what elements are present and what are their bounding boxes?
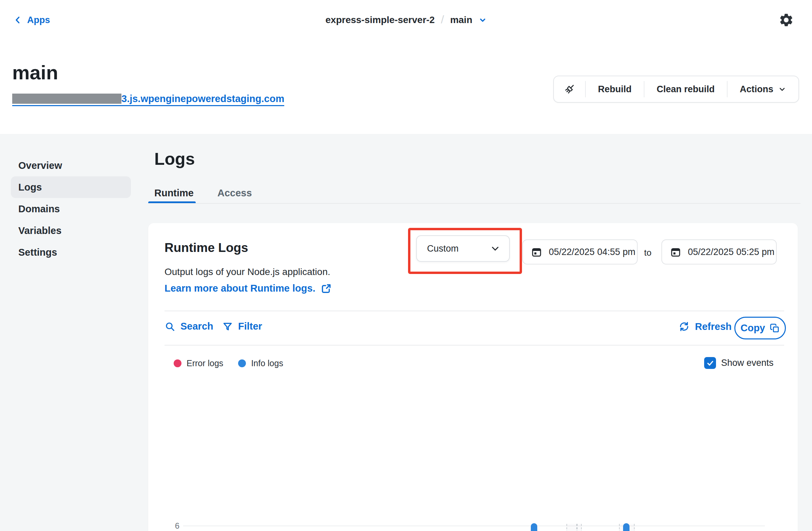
external-link-icon xyxy=(321,283,332,294)
runtime-logs-chart: 012345616:55:0017:00:0017:05:0017:10:001… xyxy=(164,517,784,531)
actions-menu-button[interactable]: Actions xyxy=(727,76,798,102)
tabs-bottom-border xyxy=(148,203,800,204)
clean-rebuild-button[interactable]: Clean rebuild xyxy=(644,76,727,102)
learn-more-link[interactable]: Learn more about Runtime logs. xyxy=(164,283,332,294)
filter-button[interactable]: Filter xyxy=(222,321,262,332)
page-title: main xyxy=(12,61,58,84)
rebuild-button[interactable]: Rebuild xyxy=(586,76,644,102)
chart-bar xyxy=(623,523,629,531)
environment-url-link[interactable]: 3.js.wpenginepoweredstaging.com xyxy=(12,93,284,106)
sidebar-item-logs[interactable]: Logs xyxy=(11,176,131,198)
logs-tabs: Runtime Access xyxy=(154,188,252,199)
logs-page-title: Logs xyxy=(154,149,195,169)
divider xyxy=(164,345,784,345)
copy-label: Copy xyxy=(740,323,765,334)
environment-actions-group: Rebuild Clean rebuild Actions xyxy=(553,76,799,103)
y-axis-label: 6 xyxy=(164,521,179,531)
to-label: to xyxy=(644,248,652,258)
refresh-label: Refresh xyxy=(695,321,731,332)
search-icon xyxy=(164,321,175,332)
time-range-value: Custom xyxy=(427,244,459,254)
runtime-logs-panel: Runtime Logs Output logs of your Node.js… xyxy=(148,223,798,531)
clean-cache-button[interactable] xyxy=(554,76,585,102)
clean-rebuild-label: Clean rebuild xyxy=(657,84,715,94)
broom-icon xyxy=(563,83,576,96)
search-button[interactable]: Search xyxy=(164,321,213,332)
breadcrumb-app-name: express-simple-server-2 xyxy=(325,15,435,26)
breadcrumb: express-simple-server-2 / main xyxy=(0,0,812,40)
copy-icon xyxy=(770,323,780,333)
divider xyxy=(164,311,784,311)
show-events-label: Show events xyxy=(721,358,774,368)
panel-title: Runtime Logs xyxy=(164,241,248,255)
time-range-dropdown[interactable]: Custom xyxy=(416,235,510,262)
content-section: OverviewLogsDomainsVariablesSettings Log… xyxy=(0,134,812,531)
filter-label: Filter xyxy=(238,321,262,332)
sidebar-item-domains[interactable]: Domains xyxy=(11,198,131,220)
legend-label: Info logs xyxy=(251,358,283,368)
filter-icon xyxy=(222,321,233,332)
chevron-down-icon[interactable] xyxy=(479,16,487,24)
redacted-url-segment xyxy=(12,93,121,104)
date-from-value: 05/22/2025 04:55 pm xyxy=(549,247,635,257)
search-label: Search xyxy=(180,321,213,332)
panel-description: Output logs of your Node.js application. xyxy=(164,266,330,277)
legend-dot xyxy=(238,359,246,367)
chevron-down-icon xyxy=(778,85,786,93)
show-events-toggle[interactable]: Show events xyxy=(704,357,774,369)
breadcrumb-separator: / xyxy=(441,13,444,26)
event-marker xyxy=(577,524,582,531)
chart-legend: Error logsInfo logs xyxy=(174,358,283,368)
event-marker xyxy=(566,524,577,531)
back-label: Apps xyxy=(27,15,50,26)
tab-runtime[interactable]: Runtime xyxy=(154,188,194,199)
show-events-checkbox[interactable] xyxy=(704,357,716,369)
chevron-down-icon xyxy=(490,244,500,254)
refresh-icon xyxy=(678,321,690,332)
date-to-value: 05/22/2025 05:25 pm xyxy=(688,247,774,257)
calendar-icon xyxy=(531,247,542,257)
rebuild-label: Rebuild xyxy=(598,84,632,94)
copy-button[interactable]: Copy xyxy=(734,317,786,339)
sidebar-item-overview[interactable]: Overview xyxy=(11,154,131,176)
sidebar-nav: OverviewLogsDomainsVariablesSettings xyxy=(11,154,131,263)
environment-hero: main 3.js.wpenginepoweredstaging.com xyxy=(0,40,812,134)
environment-url-text: 3.js.wpenginepoweredstaging.com xyxy=(121,93,284,104)
legend-item: Error logs xyxy=(174,358,223,368)
date-to-input[interactable]: 05/22/2025 05:25 pm xyxy=(662,239,777,265)
sidebar-item-variables[interactable]: Variables xyxy=(11,220,131,241)
gear-icon xyxy=(779,13,794,28)
legend-item: Info logs xyxy=(238,358,283,368)
legend-label: Error logs xyxy=(187,358,223,368)
calendar-icon xyxy=(670,247,681,257)
settings-gear-button[interactable] xyxy=(778,11,795,29)
top-bar: Apps express-simple-server-2 / main xyxy=(0,0,812,41)
legend-dot xyxy=(174,359,182,367)
tab-access[interactable]: Access xyxy=(217,188,252,199)
actions-label: Actions xyxy=(740,84,773,94)
chart-bar xyxy=(531,523,537,531)
gridline-y-6 xyxy=(183,526,765,526)
date-from-input[interactable]: 05/22/2025 04:55 pm xyxy=(522,239,638,265)
learn-more-label: Learn more about Runtime logs. xyxy=(164,283,316,294)
refresh-button[interactable]: Refresh xyxy=(678,321,731,332)
back-to-apps-link[interactable]: Apps xyxy=(14,0,50,40)
chevron-left-icon xyxy=(14,16,23,25)
sidebar-item-settings[interactable]: Settings xyxy=(11,241,131,263)
environment-selector[interactable]: main xyxy=(450,15,472,26)
